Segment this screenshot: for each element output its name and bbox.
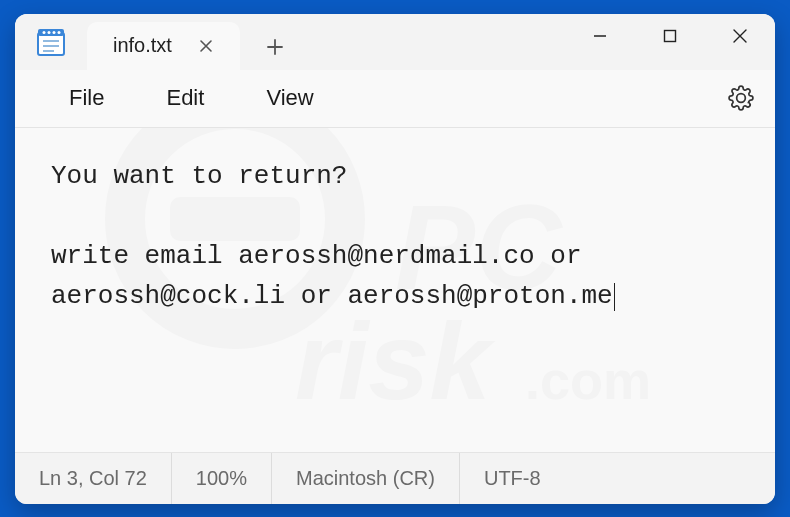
menu-file[interactable]: File xyxy=(47,77,126,119)
svg-point-10 xyxy=(58,31,61,34)
tab-strip: info.txt xyxy=(87,14,298,70)
text-editor-area[interactable]: You want to return? write email aerossh@… xyxy=(15,128,775,452)
menu-view[interactable]: View xyxy=(244,77,335,119)
settings-button[interactable] xyxy=(719,76,763,120)
maximize-button[interactable] xyxy=(635,14,705,58)
status-line-ending[interactable]: Macintosh (CR) xyxy=(272,453,460,504)
new-tab-button[interactable] xyxy=(252,24,298,70)
menubar: File Edit View xyxy=(15,70,775,128)
status-cursor-position[interactable]: Ln 3, Col 72 xyxy=(15,453,172,504)
svg-point-9 xyxy=(53,31,56,34)
titlebar: info.txt xyxy=(15,14,775,70)
content-line-1: You want to return? xyxy=(51,161,347,191)
statusbar: Ln 3, Col 72 100% Macintosh (CR) UTF-8 xyxy=(15,452,775,504)
menu-edit[interactable]: Edit xyxy=(144,77,226,119)
gear-icon xyxy=(728,85,754,111)
tab-active[interactable]: info.txt xyxy=(87,22,240,70)
svg-rect-15 xyxy=(665,30,676,41)
svg-point-8 xyxy=(48,31,51,34)
svg-point-7 xyxy=(43,31,46,34)
close-window-button[interactable] xyxy=(705,14,775,58)
notepad-app-icon xyxy=(15,14,87,70)
content-line-3: write email aerossh@nerdmail.co or aeros… xyxy=(51,241,613,311)
notepad-window: PC risk .com info.txt xyxy=(15,14,775,504)
tab-title: info.txt xyxy=(113,34,172,57)
status-zoom[interactable]: 100% xyxy=(172,453,272,504)
status-encoding[interactable]: UTF-8 xyxy=(460,453,581,504)
text-cursor xyxy=(614,283,615,312)
minimize-button[interactable] xyxy=(565,14,635,58)
close-tab-button[interactable] xyxy=(194,34,218,58)
window-controls xyxy=(565,14,775,70)
